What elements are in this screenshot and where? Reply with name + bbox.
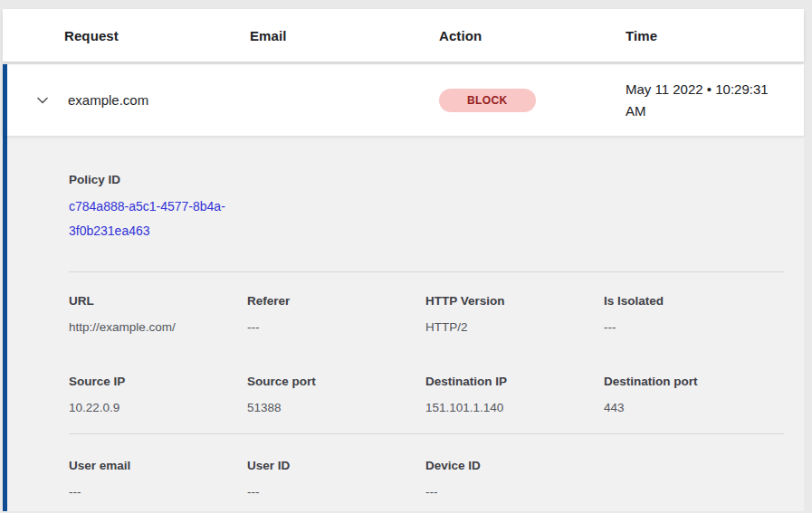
log-details-panel: Policy ID c784a888-a5c1-4577-8b4a-3f0b23… xyxy=(3,136,804,511)
policy-id-link[interactable]: c784a888-a5c1-4577-8b4a-3f0b231ea463 xyxy=(69,195,246,243)
field-referer: Referer --- xyxy=(247,295,425,334)
table-header: Request Email Action Time xyxy=(3,9,804,62)
log-details-content: Policy ID c784a888-a5c1-4577-8b4a-3f0b23… xyxy=(69,136,784,499)
http-version-value: HTTP/2 xyxy=(425,321,604,334)
page: { "table": { "columns": ["Request", "Ema… xyxy=(0,0,812,513)
user-id-value: --- xyxy=(247,486,425,499)
column-header-email: Email xyxy=(250,28,439,43)
source-ip-value: 10.22.0.9 xyxy=(69,402,247,414)
field-destination-port: Destination port 443 xyxy=(604,375,784,414)
url-value: http://example.com/ xyxy=(69,321,247,334)
details-row-1: URL http://example.com/ Referer --- HTTP… xyxy=(69,295,784,334)
is-isolated-label: Is Isolated xyxy=(604,295,784,308)
policy-id-label: Policy ID xyxy=(69,174,784,186)
details-row-2: Source IP 10.22.0.9 Source port 51388 De… xyxy=(69,375,784,414)
http-version-label: HTTP Version xyxy=(425,295,604,308)
details-row-3: User email --- User ID --- Device ID --- xyxy=(69,460,784,499)
chevron-down-icon[interactable] xyxy=(35,93,68,108)
referer-label: Referer xyxy=(247,295,425,308)
log-row[interactable]: example.com BLOCK May 11 2022 • 10:29:31… xyxy=(3,64,804,136)
field-empty xyxy=(604,460,784,499)
user-id-label: User ID xyxy=(247,460,425,472)
field-user-id: User ID --- xyxy=(247,460,425,499)
field-http-version: HTTP Version HTTP/2 xyxy=(425,295,604,334)
column-header-time: Time xyxy=(626,28,804,43)
user-email-value: --- xyxy=(69,486,247,499)
field-device-id: Device ID --- xyxy=(425,460,604,499)
is-isolated-value: --- xyxy=(604,321,784,334)
time-cell: May 11 2022 • 10:29:31 AM xyxy=(626,79,804,122)
user-email-label: User email xyxy=(69,460,247,472)
destination-ip-value: 151.101.1.140 xyxy=(425,402,604,414)
field-source-ip: Source IP 10.22.0.9 xyxy=(69,375,247,414)
destination-ip-label: Destination IP xyxy=(425,375,604,388)
logs-table: Request Email Action Time example.com BL… xyxy=(3,9,804,513)
field-url: URL http://example.com/ xyxy=(69,295,247,334)
device-id-label: Device ID xyxy=(425,460,604,472)
source-port-label: Source port xyxy=(247,375,425,388)
column-header-request: Request xyxy=(64,28,250,43)
field-is-isolated: Is Isolated --- xyxy=(604,295,784,334)
device-id-value: --- xyxy=(425,486,604,499)
field-destination-ip: Destination IP 151.101.1.140 xyxy=(425,375,604,414)
field-user-email: User email --- xyxy=(69,460,247,499)
source-port-value: 51388 xyxy=(247,402,425,414)
action-block-badge: BLOCK xyxy=(439,89,536,112)
destination-port-value: 443 xyxy=(604,402,784,414)
divider xyxy=(69,433,784,434)
url-label: URL xyxy=(69,295,247,308)
field-policy-id: Policy ID c784a888-a5c1-4577-8b4a-3f0b23… xyxy=(69,174,784,243)
source-ip-label: Source IP xyxy=(69,375,247,388)
destination-port-label: Destination port xyxy=(604,375,784,388)
field-source-port: Source port 51388 xyxy=(247,375,425,414)
request-cell: example.com xyxy=(68,92,250,108)
divider xyxy=(69,271,784,272)
referer-value: --- xyxy=(247,321,425,334)
column-header-action: Action xyxy=(439,28,626,43)
time-value: May 11 2022 • 10:29:31 AM xyxy=(626,79,788,122)
action-cell: BLOCK xyxy=(439,89,626,112)
